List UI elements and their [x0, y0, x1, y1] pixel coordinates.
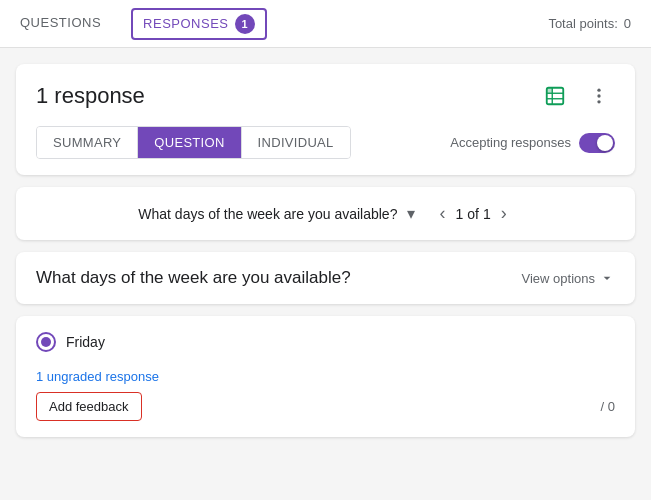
score-display: / 0 [601, 399, 615, 414]
add-feedback-button[interactable]: Add feedback [36, 392, 142, 421]
radio-outer [36, 332, 56, 352]
nav-arrows: ‹ 1 of 1 › [433, 201, 512, 226]
response-count-row: 1 response [36, 80, 615, 112]
spreadsheet-button[interactable] [539, 80, 571, 112]
responses-badge: 1 [235, 14, 255, 34]
top-tabs: QUESTIONS RESPONSES 1 [20, 1, 267, 47]
tab-responses-container[interactable]: RESPONSES 1 [131, 8, 266, 40]
ungraded-row: 1 ungraded response [36, 368, 615, 384]
view-options-button[interactable]: View options [522, 270, 615, 286]
ungraded-link[interactable]: 1 ungraded response [36, 369, 159, 384]
more-options-button[interactable] [583, 80, 615, 112]
total-points-section: Total points: 0 [548, 16, 631, 31]
view-options-label: View options [522, 271, 595, 286]
more-vert-icon [589, 86, 609, 106]
svg-rect-4 [547, 88, 553, 94]
prev-question-button[interactable]: ‹ [433, 201, 451, 226]
tab-question[interactable]: QUESTION [138, 127, 241, 158]
response-answer-card: Friday 1 ungraded response Add feedback … [16, 316, 635, 437]
header-icons [539, 80, 615, 112]
feedback-score-row: Add feedback / 0 [36, 392, 615, 421]
view-tabs-row: SUMMARY QUESTION INDIVIDUAL Accepting re… [36, 126, 615, 159]
radio-inner [41, 337, 51, 347]
svg-point-7 [597, 100, 600, 103]
spreadsheet-icon [544, 85, 566, 107]
question-nav-card: What days of the week are you available?… [16, 187, 635, 240]
question-dropdown-arrow[interactable]: ▾ [407, 204, 415, 223]
tab-questions[interactable]: QUESTIONS [20, 1, 101, 47]
total-points-label: Total points: [548, 16, 617, 31]
top-bar: QUESTIONS RESPONSES 1 Total points: 0 [0, 0, 651, 48]
answer-text: Friday [66, 334, 105, 350]
accepting-toggle[interactable] [579, 133, 615, 153]
main-content: 1 response [0, 48, 651, 453]
current-page: 1 [455, 206, 463, 222]
next-question-button[interactable]: › [495, 201, 513, 226]
question-nav-text: What days of the week are you available? [138, 206, 397, 222]
response-count: 1 response [36, 83, 145, 109]
of-label: of [467, 206, 479, 222]
question-detail-card: What days of the week are you available?… [16, 252, 635, 304]
svg-point-5 [597, 89, 600, 92]
question-nav-inner: What days of the week are you available?… [138, 201, 512, 226]
total-points-value: 0 [624, 16, 631, 31]
total-pages: 1 [483, 206, 491, 222]
view-tabs: SUMMARY QUESTION INDIVIDUAL [36, 126, 351, 159]
radio-answer: Friday [36, 332, 615, 352]
tab-summary[interactable]: SUMMARY [37, 127, 138, 158]
question-title: What days of the week are you available? [36, 268, 351, 288]
tab-individual[interactable]: INDIVIDUAL [242, 127, 350, 158]
tab-responses[interactable]: RESPONSES [143, 16, 228, 31]
accepting-toggle-section: Accepting responses [450, 133, 615, 153]
svg-point-6 [597, 94, 600, 97]
toggle-knob [597, 135, 613, 151]
response-header-card: 1 response [16, 64, 635, 175]
view-options-chevron-icon [599, 270, 615, 286]
accepting-label: Accepting responses [450, 135, 571, 150]
